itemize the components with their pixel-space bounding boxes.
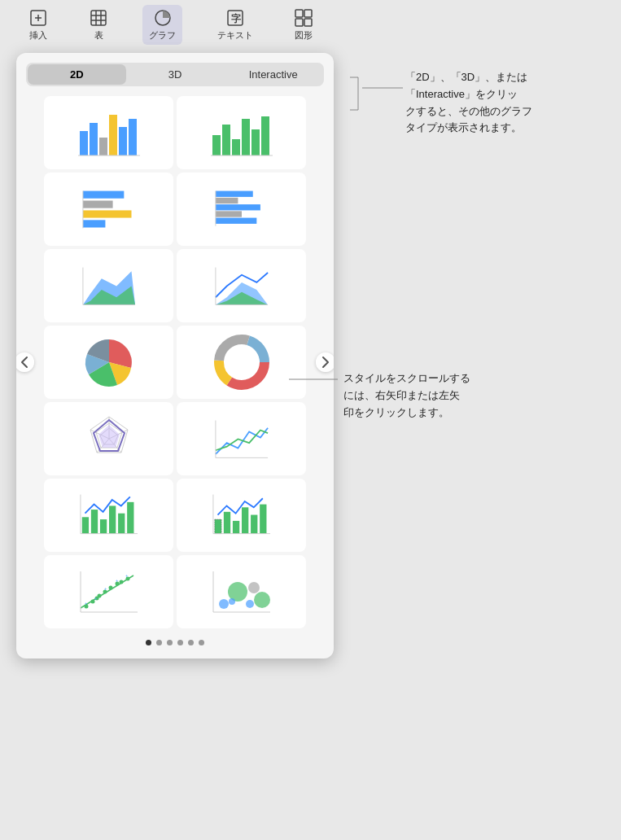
radar-chart (81, 410, 138, 467)
nav-right-arrow[interactable] (316, 352, 334, 372)
segment-3d[interactable]: 3D (126, 64, 225, 85)
svg-rect-70 (118, 514, 125, 534)
line-chart (209, 417, 274, 462)
chart-cell-scatter[interactable]: + + + + + (44, 555, 173, 628)
toolbar-insert[interactable]: 挿入 (22, 5, 55, 45)
svg-rect-20 (129, 119, 137, 155)
svg-rect-27 (261, 116, 269, 155)
toolbar-shapes-label: 図形 (295, 29, 313, 42)
svg-point-100 (219, 599, 229, 609)
svg-rect-22 (212, 135, 221, 155)
chart-cell-donut[interactable] (177, 326, 306, 399)
pagination-dot-1[interactable] (146, 640, 151, 645)
svg-rect-25 (242, 119, 250, 155)
callout-2-text: スタイルをスクロールする には、右矢印または左矢 印をクリックします。 (343, 370, 470, 421)
svg-rect-31 (82, 210, 131, 217)
area-chart-2 (209, 264, 274, 308)
svg-rect-26 (251, 129, 260, 155)
svg-rect-66 (81, 517, 88, 533)
segment-interactive[interactable]: Interactive (224, 64, 322, 85)
chart-panel: 2D 3D Interactive (16, 53, 334, 658)
svg-rect-79 (260, 505, 266, 534)
chart-cell-vertical-bar-2[interactable] (177, 96, 306, 169)
svg-text:+: + (104, 586, 107, 591)
chart-cell-horizontal-bar-1[interactable] (44, 173, 173, 246)
svg-rect-34 (215, 190, 252, 196)
mixed-chart-1 (77, 491, 142, 540)
pagination-dot-4[interactable] (177, 640, 183, 645)
text-icon: 字 (225, 8, 245, 28)
svg-point-104 (254, 592, 270, 608)
horizontal-bar-chart-1 (77, 187, 142, 232)
toolbar-shapes[interactable]: 図形 (287, 5, 320, 45)
toolbar-table[interactable]: 表 (82, 5, 115, 45)
chart-cell-bubble[interactable] (177, 555, 306, 628)
svg-rect-11 (295, 10, 303, 17)
scatter-chart: + + + + + (77, 567, 142, 616)
svg-rect-15 (80, 131, 88, 155)
pagination-dot-6[interactable] (199, 640, 204, 645)
svg-rect-3 (91, 11, 106, 25)
segment-control: 2D 3D Interactive (26, 63, 324, 86)
chart-cell-horizontal-bar-2[interactable] (177, 173, 306, 246)
toolbar-table-label: 表 (94, 29, 103, 42)
area-chart-1 (77, 264, 142, 308)
table-icon (89, 8, 108, 28)
chart-cell-pie[interactable] (44, 326, 173, 399)
svg-rect-71 (127, 502, 133, 534)
svg-text:+: + (125, 573, 129, 578)
nav-left-arrow[interactable] (16, 352, 34, 372)
svg-rect-14 (304, 19, 312, 26)
pagination-dot-3[interactable] (167, 640, 173, 645)
svg-rect-30 (82, 200, 112, 208)
svg-rect-18 (109, 115, 117, 155)
chart-cell-line[interactable] (177, 402, 306, 475)
toolbar-graph[interactable]: グラフ (142, 5, 182, 45)
donut-chart (213, 334, 270, 391)
chart-cell-area-2[interactable] (177, 249, 306, 322)
callout-1-line (362, 87, 403, 89)
pagination-dot-5[interactable] (188, 640, 194, 645)
chart-cell-mixed-2[interactable] (177, 479, 306, 552)
pie-chart (81, 334, 138, 391)
svg-point-105 (246, 600, 254, 608)
mixed-chart-2 (209, 491, 274, 540)
svg-point-53 (229, 349, 255, 375)
callout-1-text: 「2D」、「3D」、または 「Interactive」をクリッ クすると、その他… (405, 69, 532, 137)
svg-rect-17 (99, 138, 107, 155)
graph-icon (153, 8, 173, 28)
toolbar-insert-label: 挿入 (29, 29, 47, 42)
pagination-dot-2[interactable] (156, 640, 162, 645)
horizontal-bar-chart-2 (209, 187, 274, 232)
chart-cell-radar[interactable] (44, 402, 173, 475)
vertical-bar-chart-1 (77, 107, 142, 160)
chart-cell-area-1[interactable] (44, 249, 173, 322)
svg-rect-69 (109, 505, 116, 533)
insert-icon (28, 8, 48, 28)
svg-rect-77 (242, 507, 248, 533)
toolbar-graph-label: グラフ (149, 29, 176, 42)
svg-rect-68 (99, 519, 106, 534)
segment-2d[interactable]: 2D (28, 64, 126, 85)
svg-rect-38 (215, 217, 256, 223)
svg-point-103 (248, 582, 260, 593)
shapes-icon (294, 8, 313, 28)
svg-rect-16 (90, 123, 98, 155)
svg-rect-29 (82, 190, 123, 198)
svg-rect-75 (223, 512, 230, 534)
svg-rect-67 (90, 510, 97, 534)
toolbar: 挿入 表 グラフ 字 テキスト (0, 0, 342, 49)
chart-cell-mixed-1[interactable] (44, 479, 173, 552)
svg-text:+: + (116, 578, 119, 583)
svg-rect-12 (304, 10, 312, 17)
svg-rect-13 (295, 19, 303, 26)
svg-rect-32 (82, 220, 105, 227)
svg-text:+: + (94, 596, 98, 601)
svg-rect-35 (215, 197, 238, 203)
vertical-bar-chart-2 (209, 107, 274, 160)
svg-text:字: 字 (231, 13, 242, 24)
toolbar-text[interactable]: 字 テキスト (211, 5, 260, 45)
chart-cell-vertical-bar-1[interactable] (44, 96, 173, 169)
svg-rect-37 (215, 211, 241, 217)
callout-1-bracket (342, 73, 366, 114)
